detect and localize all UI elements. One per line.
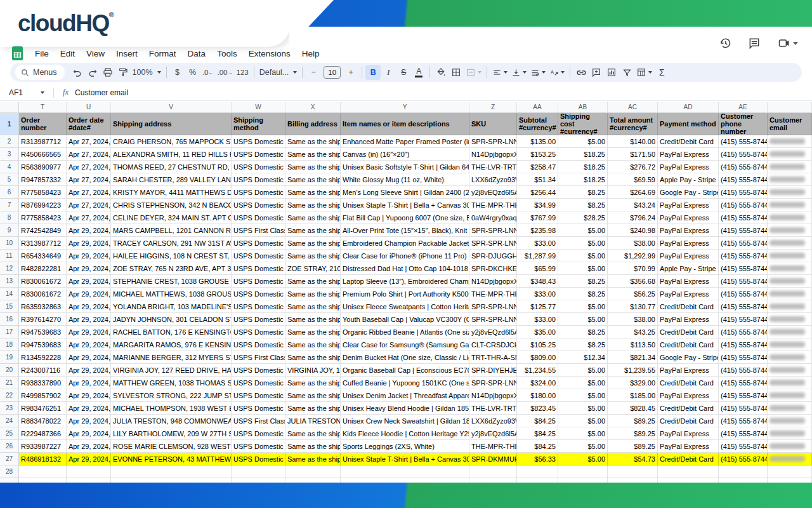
cell[interactable]: Men's Long Sleeve Shirt | Gildan 2400 (2 <box>341 186 469 199</box>
cell[interactable]: $329.00 <box>608 377 658 389</box>
cell[interactable]: $171.50 <box>608 148 658 161</box>
cell[interactable]: USPS Domestic <box>232 288 285 300</box>
cell[interactable]: STEPHANIE CREST, 1038 GROUSE D <box>111 275 232 288</box>
cell[interactable]: (415) 555-8744 <box>719 427 768 440</box>
cell[interactable]: (415) 555-8744 <box>719 338 768 351</box>
italic-button[interactable]: I <box>381 65 396 80</box>
column-header-AD[interactable]: AD <box>658 102 719 113</box>
cell-redacted-email[interactable] <box>768 364 812 377</box>
row-header-17[interactable]: 17 <box>0 326 19 338</box>
cell[interactable]: $18.25 <box>558 161 608 173</box>
horizontal-align-button[interactable] <box>490 65 509 80</box>
cell[interactable] <box>719 465 768 478</box>
cell-redacted-email[interactable] <box>768 275 812 288</box>
decrease-font-size-button[interactable]: − <box>306 65 321 80</box>
cell[interactable]: THE-LVR-TRT-P <box>469 402 517 415</box>
header-cell[interactable]: Shipping cost #currency# <box>558 113 608 135</box>
cell[interactable] <box>341 465 469 478</box>
cell[interactable]: USPS Domestic <box>232 186 285 199</box>
cell[interactable]: R635932863 <box>19 300 67 313</box>
cell[interactable]: PayPal Express <box>658 440 719 453</box>
cell[interactable]: PayPal Express <box>658 313 719 326</box>
column-header-AF[interactable] <box>768 102 812 113</box>
cell[interactable]: THE-LVR-TRT-P <box>469 161 517 173</box>
cell[interactable]: USPS First Class <box>232 351 285 364</box>
header-cell[interactable]: Subtotal #currency# <box>517 113 558 135</box>
menu-file[interactable]: File <box>29 47 55 60</box>
cell[interactable]: R883478022 <box>19 415 67 427</box>
cell[interactable]: (415) 555-8744 <box>719 326 768 338</box>
cell[interactable]: LXX6dZyzo93W <box>469 173 517 186</box>
cell[interactable]: MICHAEL MATTHEWS, 1038 GROUSE <box>111 288 232 300</box>
cell[interactable]: Apr 27, 2024, 01 <box>67 161 111 173</box>
cell[interactable]: R563890977 <box>19 161 67 173</box>
column-header-AC[interactable]: AC <box>608 102 658 113</box>
insert-link-button[interactable] <box>573 65 589 80</box>
row-header-8[interactable]: 8 <box>0 211 19 224</box>
cell[interactable]: Same as the ship <box>285 351 341 364</box>
row-header-13[interactable]: 13 <box>0 275 19 288</box>
cell[interactable]: $8.25 <box>558 186 608 199</box>
cell[interactable]: $5.00 <box>558 237 608 250</box>
cell[interactable]: ALEXANDRA SMITH, 11 RED HILLS RD <box>111 148 232 161</box>
cell[interactable]: Apr 29, 2024, 13 <box>67 237 111 250</box>
cell[interactable]: Apr 27, 2024, 01 <box>67 211 111 224</box>
menu-help[interactable]: Help <box>296 47 325 60</box>
cell[interactable]: Apple Pay - Stripe <box>658 173 719 186</box>
cell[interactable]: Unisex Fleece Sweatpants | Cotton Herita <box>341 300 469 313</box>
cell[interactable] <box>719 478 768 483</box>
cell[interactable]: 0aW4rgry0xaqv <box>469 211 517 224</box>
cell[interactable]: LILY BARTHOLOMEW, 209 W 27TH S <box>111 427 232 440</box>
cell[interactable]: JULIA TRESTON, 948 COMMONWEA <box>111 415 232 427</box>
cell[interactable]: MATTHEW GREEN, 1038 THOMAS S <box>111 377 232 389</box>
cell-redacted-email[interactable] <box>768 300 812 313</box>
cell[interactable]: Organic Ribbed Beanie | Atlantis (One si… <box>341 326 469 338</box>
cell[interactable]: CRAIG PHERSON, 765 MAPPOCK ST <box>111 135 232 148</box>
row-header-7[interactable]: 7 <box>0 199 19 211</box>
cell[interactable]: $8.25 <box>558 288 608 300</box>
cell[interactable] <box>558 478 608 483</box>
cell[interactable]: R486918132 <box>19 453 67 465</box>
cell[interactable]: THE-MPR-THE- <box>469 440 517 453</box>
cell[interactable]: USPS Domestic <box>232 262 285 275</box>
cell[interactable]: White Glossy Mug (11 oz, White) <box>341 173 469 186</box>
header-cell[interactable]: Billing address <box>285 113 341 135</box>
cell[interactable]: $33.00 <box>517 313 558 326</box>
cell[interactable]: USPS Domestic <box>232 326 285 338</box>
cell[interactable]: (415) 555-8744 <box>719 288 768 300</box>
cell[interactable]: ZOE STRAY, 765 N 23RD AVE, APT 3 <box>111 262 232 275</box>
cell[interactable]: SPR-SPR-LNN- <box>469 300 517 313</box>
cell[interactable]: SPR-SPR-LNN- <box>469 237 517 250</box>
cell[interactable]: $54.73 <box>608 453 658 465</box>
functions-button[interactable]: Σ <box>654 65 669 80</box>
cell-redacted-email[interactable] <box>768 453 812 465</box>
cell[interactable]: $276.72 <box>608 161 658 173</box>
cell[interactable]: $18.25 <box>558 173 608 186</box>
cell[interactable]: $348.43 <box>517 275 558 288</box>
cell[interactable]: $821.34 <box>608 351 658 364</box>
cell[interactable]: R938337890 <box>19 377 67 389</box>
cell[interactable]: PayPal Express <box>658 250 719 262</box>
cell[interactable]: $8.25 <box>558 338 608 351</box>
cell[interactable] <box>658 478 719 483</box>
cell[interactable]: USPS Domestic <box>232 161 285 173</box>
cell[interactable]: THE-MPR-THE- <box>469 199 517 211</box>
cell[interactable]: Same as the ship <box>285 338 341 351</box>
row-header-27[interactable]: 27 <box>0 453 19 465</box>
cell-redacted-email[interactable] <box>768 440 812 453</box>
cell[interactable] <box>768 478 812 483</box>
cell[interactable]: ZOE STRAY, 2100 <box>285 262 341 275</box>
cell[interactable] <box>232 465 285 478</box>
cell[interactable]: R313987712 <box>19 237 67 250</box>
cell[interactable]: Organic Baseball Cap | Econscious EC70 <box>341 364 469 377</box>
cell[interactable]: R947857332 <box>19 173 67 186</box>
cell[interactable]: USPS Domestic <box>232 275 285 288</box>
cell[interactable]: Denim Bucket Hat (One size, Classic / Li… <box>341 351 469 364</box>
cell[interactable]: Distressed Dad Hat | Otto Cap 104-1018 <box>341 262 469 275</box>
cell[interactable]: Apr 29, 2024, 13 <box>67 313 111 326</box>
column-header-AA[interactable]: AA <box>517 102 558 113</box>
cell[interactable]: $89.25 <box>608 427 658 440</box>
cell[interactable]: R876994223 <box>19 199 67 211</box>
column-header-AE[interactable]: AE <box>719 102 768 113</box>
cell-redacted-email[interactable] <box>768 135 812 148</box>
